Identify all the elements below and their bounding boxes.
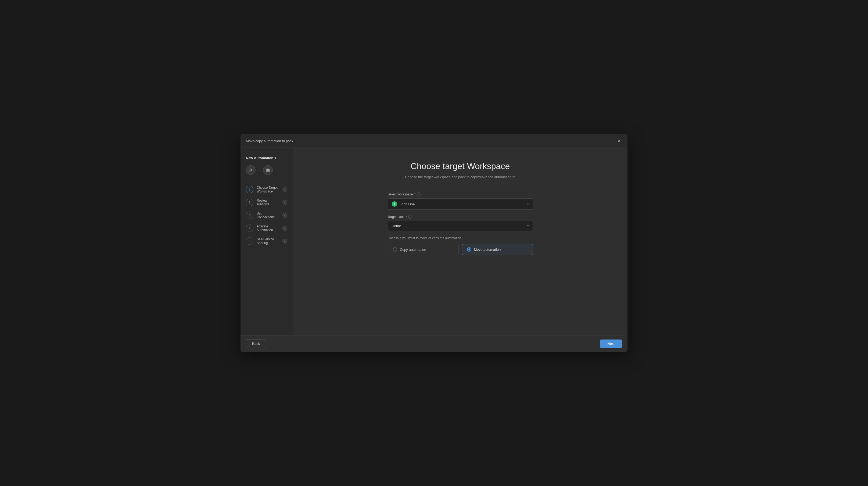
step-number-5: 5 — [246, 237, 253, 245]
step-label-2: Review subflows — [257, 199, 279, 206]
step-number-2: 2 — [246, 199, 253, 206]
step-item-3[interactable]: 3 Set Connections ✓ — [246, 209, 287, 222]
workspace-chevron-icon: ▾ — [527, 203, 529, 206]
radio-buttons-row: Copy automation Move automation — [388, 244, 533, 255]
icon-row: → — [246, 165, 287, 175]
workspace-selected: J John Doe — [392, 201, 415, 207]
workspace-info-icon[interactable]: i — [417, 192, 421, 196]
move-copy-section: Choose if you wnat to move or copy the a… — [388, 236, 533, 255]
move-automation-label: Move automation — [474, 248, 501, 252]
step-item-2[interactable]: 2 Review subflows ✓ — [246, 196, 287, 209]
workspace-dropdown[interactable]: J John Doe ▾ — [388, 199, 533, 210]
steps-list: 1 Choose Target Workspace ✓ 2 Review sub… — [246, 183, 287, 248]
workspace-avatar: J — [392, 201, 397, 207]
robot-icon — [263, 165, 273, 175]
move-copy-instruction: Choose if you wnat to move or copy the a… — [388, 236, 533, 240]
step-check-2: ✓ — [282, 200, 287, 205]
move-automation-option[interactable]: Move automation — [462, 244, 533, 255]
workspace-label: Select workspace * i — [388, 192, 533, 196]
step-check-4: ✓ — [282, 226, 287, 231]
pack-required: * — [406, 215, 407, 219]
form-container: Select workspace * i J John Doe ▾ — [388, 192, 533, 255]
pack-label: Target pack * i — [388, 215, 533, 219]
page-subtitle: Choose the target workspace and pack to … — [405, 175, 515, 179]
pack-value: Home — [392, 224, 401, 228]
back-button[interactable]: Back — [246, 339, 266, 348]
workspace-required: * — [414, 192, 416, 196]
step-label-1: Choose Target Workspace — [257, 186, 279, 193]
step-number-4: 4 — [246, 224, 253, 232]
next-button[interactable]: Next — [600, 339, 622, 348]
modal-footer: Back Next — [241, 335, 627, 352]
move-radio-circle — [467, 247, 471, 252]
step-label-4: Activate Automation — [257, 224, 279, 232]
step-item-4[interactable]: 4 Activate Automation ✓ — [246, 222, 287, 235]
pack-form-group: Target pack * i Home ▾ — [388, 215, 533, 231]
copy-automation-label: Copy automation — [400, 248, 426, 252]
pack-info-icon[interactable]: i — [408, 215, 412, 219]
page-title: Choose target Workspace — [411, 161, 510, 171]
pack-dropdown[interactable]: Home ▾ — [388, 221, 533, 231]
svg-point-3 — [268, 170, 269, 171]
copy-radio-circle — [393, 247, 397, 252]
pack-chevron-icon: ▾ — [527, 224, 529, 228]
modal-dialog: Move/copy automation to pack × New Autom… — [241, 134, 627, 352]
user-icon — [246, 165, 255, 175]
workspace-value: John Doe — [400, 202, 415, 206]
close-button[interactable]: × — [616, 138, 622, 144]
move-radio-dot — [468, 248, 470, 250]
svg-point-2 — [267, 170, 268, 171]
svg-point-0 — [250, 169, 251, 170]
step-check-1: ✓ — [282, 187, 287, 192]
step-label-5: Self-Service Sharing — [257, 237, 279, 245]
copy-automation-option[interactable]: Copy automation — [388, 244, 459, 255]
step-item-1[interactable]: 1 Choose Target Workspace ✓ — [246, 183, 287, 196]
main-content: Choose target Workspace Choose the targe… — [293, 148, 627, 335]
modal-title: Move/copy automation to pack — [246, 139, 293, 143]
step-number-1: 1 — [246, 186, 253, 193]
step-check-5: ✓ — [282, 239, 287, 244]
step-label-3: Set Connections — [257, 212, 279, 219]
step-item-5[interactable]: 5 Self-Service Sharing ✓ — [246, 235, 287, 248]
sidebar: New Automation 1 → — [241, 148, 293, 335]
modal-header: Move/copy automation to pack × — [241, 134, 627, 148]
step-number-3: 3 — [246, 212, 253, 219]
automation-name: New Automation 1 — [246, 156, 287, 160]
workspace-form-group: Select workspace * i J John Doe ▾ — [388, 192, 533, 210]
svg-rect-1 — [266, 169, 270, 172]
content-area: Choose target Workspace Choose the targe… — [309, 161, 611, 327]
arrow-icon: → — [258, 168, 261, 172]
svg-point-4 — [268, 169, 268, 169]
step-check-3: ✓ — [282, 213, 287, 218]
modal-body: New Automation 1 → — [241, 148, 627, 335]
